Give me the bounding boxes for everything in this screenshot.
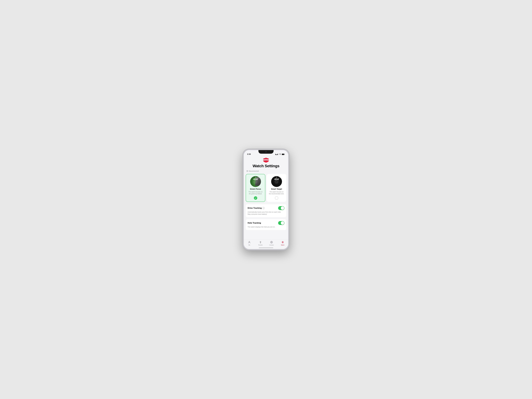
svg-text:⬥: ⬥ bbox=[266, 161, 266, 162]
hole-tracking-toggle[interactable] bbox=[278, 221, 284, 225]
wf-club-green: DRIVER bbox=[254, 180, 257, 181]
wf-score-dark: SCORE bbox=[275, 182, 278, 183]
content-area: TAG HEUER ⬥ Watch Settings Disconnected bbox=[244, 156, 288, 249]
wf-distance-green: 434 bbox=[253, 178, 258, 180]
drive-tracking-desc: Automatically tracks your first shot on … bbox=[248, 211, 284, 215]
tag-heuer-logo: TAG HEUER ⬥ bbox=[246, 158, 286, 162]
wifi-icon bbox=[279, 154, 281, 155]
battery-icon bbox=[282, 154, 285, 155]
watch-face-overlay-dark: °8 434 DRIVER SCORE ⌃ bbox=[271, 176, 282, 187]
phone-frame: 2:33 bbox=[243, 149, 289, 250]
svg-point-11 bbox=[249, 241, 250, 242]
signal-icon bbox=[276, 154, 278, 155]
me-icon bbox=[248, 240, 251, 244]
tab-watch[interactable]: Watch bbox=[277, 240, 288, 246]
svg-rect-3 bbox=[278, 154, 278, 155]
courses-icon bbox=[270, 240, 273, 244]
location-arrow-icon bbox=[275, 154, 276, 155]
drive-tracking-info-icon[interactable]: i bbox=[262, 207, 265, 209]
drive-tracking-row: Drive Tracking i bbox=[248, 206, 284, 210]
wf-dot-dark bbox=[276, 177, 277, 177]
home-indicator bbox=[259, 247, 273, 248]
watch-icon bbox=[281, 240, 284, 244]
wf-chevron-dark: ⌃ bbox=[276, 184, 277, 185]
bluetooth-status-text: Disconnected bbox=[249, 170, 259, 172]
drive-tracking-label: Drive Tracking i bbox=[248, 207, 265, 209]
svg-point-15 bbox=[271, 242, 272, 243]
wf-distance-dark: 434 bbox=[274, 178, 279, 180]
svg-rect-2 bbox=[277, 154, 278, 155]
bluetooth-icon bbox=[247, 170, 248, 172]
green-focus-check bbox=[254, 196, 257, 200]
smart-target-title: Smart Target bbox=[271, 188, 282, 190]
watch-mode-cards: °8 434 DRIVER SCORE ⌃ Green Focus The wa… bbox=[244, 174, 288, 204]
hole-tracking-label: Hole Tracking bbox=[248, 222, 261, 224]
wf-hole-green: °8 bbox=[258, 177, 259, 178]
smart-target-card[interactable]: °8 434 DRIVER SCORE ⌃ Smart Target The w… bbox=[267, 174, 286, 202]
svg-rect-0 bbox=[276, 154, 277, 155]
tab-rounds[interactable]: Rounds bbox=[255, 240, 266, 246]
svg-rect-1 bbox=[277, 154, 277, 155]
smart-target-desc: The watch focuses on the recommended sho… bbox=[268, 191, 285, 195]
smart-target-check-empty bbox=[275, 196, 278, 200]
tab-me[interactable]: Me bbox=[244, 240, 255, 246]
drive-tracking-section: Drive Tracking i Automatically tracks yo… bbox=[246, 204, 286, 217]
svg-rect-5 bbox=[285, 154, 285, 155]
green-focus-card[interactable]: °8 434 DRIVER SCORE ⌃ Green Focus The wa… bbox=[246, 174, 265, 202]
drive-tracking-toggle[interactable] bbox=[278, 206, 284, 210]
svg-rect-20 bbox=[282, 241, 283, 243]
green-focus-desc: The watch focuses on the green by defaul… bbox=[247, 191, 264, 195]
rounds-icon bbox=[259, 240, 262, 244]
green-focus-watch-face: °8 434 DRIVER SCORE ⌃ bbox=[250, 176, 261, 187]
notch bbox=[259, 150, 273, 154]
header: TAG HEUER ⬥ Watch Settings bbox=[244, 156, 288, 170]
tab-courses[interactable]: Courses bbox=[266, 240, 277, 246]
tab-me-label: Me bbox=[248, 244, 250, 246]
bluetooth-status: Disconnected bbox=[244, 170, 288, 174]
hole-tracking-row: Hole Tracking bbox=[248, 221, 284, 225]
wf-chevron-green: ⌃ bbox=[255, 184, 256, 185]
status-icons bbox=[276, 154, 285, 155]
watch-face-overlay-green: °8 434 DRIVER SCORE ⌃ bbox=[250, 176, 261, 187]
drive-tracking-text: Drive Tracking bbox=[248, 207, 262, 209]
page-title: Watch Settings bbox=[246, 164, 286, 168]
svg-point-25 bbox=[282, 242, 283, 242]
green-focus-title: Green Focus bbox=[250, 188, 261, 190]
notch-camera bbox=[265, 151, 267, 153]
wf-score-green: SCORE bbox=[254, 182, 257, 183]
tab-courses-label: Courses bbox=[269, 244, 274, 246]
svg-point-12 bbox=[260, 242, 261, 243]
svg-text:TAG: TAG bbox=[265, 159, 267, 159]
wf-hole-dark: °8 bbox=[279, 177, 280, 178]
checkmark-icon bbox=[255, 197, 256, 199]
hole-tracking-desc: The watch displays the hole you are on. bbox=[248, 226, 284, 228]
svg-rect-6 bbox=[282, 154, 284, 155]
tab-watch-label: Watch bbox=[281, 244, 284, 246]
hole-tracking-section: Hole Tracking The watch displays the hol… bbox=[246, 219, 286, 230]
tab-rounds-label: Rounds bbox=[259, 244, 263, 246]
smart-target-watch-face: °8 434 DRIVER SCORE ⌃ bbox=[271, 176, 282, 187]
svg-text:HEUER: HEUER bbox=[265, 160, 268, 160]
screen: 2:33 bbox=[244, 150, 288, 249]
wf-club-dark: DRIVER bbox=[275, 180, 278, 181]
wf-dot bbox=[255, 177, 256, 177]
brand-logo: TAG HEUER ⬥ bbox=[263, 158, 269, 162]
